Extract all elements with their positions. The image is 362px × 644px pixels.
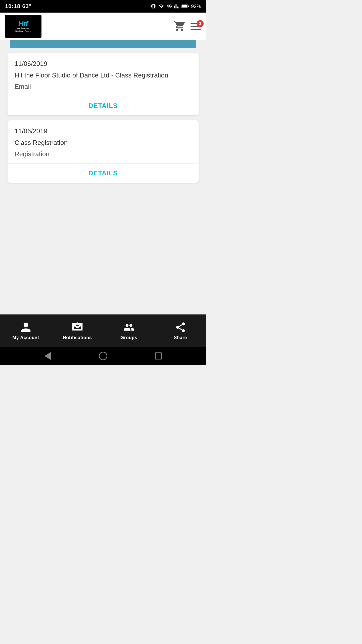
details-button-1[interactable]: DETAILS bbox=[8, 96, 199, 115]
card-date-2: 11/06/2019 bbox=[15, 127, 192, 135]
groups-icon bbox=[123, 321, 135, 333]
card-title-1: Hit the Floor Studio of Dance Ltd - Clas… bbox=[15, 71, 192, 80]
recent-icon bbox=[155, 352, 162, 359]
nav-item-my-account[interactable]: My Account bbox=[0, 314, 52, 347]
back-button[interactable] bbox=[43, 351, 52, 360]
spacer bbox=[8, 188, 199, 309]
notification-card-2: 11/06/2019 Class Registration Registrati… bbox=[8, 120, 199, 183]
card-body-1: 11/06/2019 Hit the Floor Studio of Dance… bbox=[8, 53, 199, 96]
nav-label-share: Share bbox=[174, 335, 187, 340]
main-content: 11/06/2019 Hit the Floor Studio of Dance… bbox=[0, 48, 206, 314]
header: Htf Hit the FloorStudio of Dance 2 bbox=[0, 13, 206, 40]
notification-card-1: 11/06/2019 Hit the Floor Studio of Dance… bbox=[8, 53, 199, 115]
notification-badge: 2 bbox=[197, 20, 204, 27]
recent-button[interactable] bbox=[154, 351, 163, 360]
nav-label-groups: Groups bbox=[120, 335, 137, 340]
share-icon bbox=[175, 321, 186, 333]
nav-label-my-account: My Account bbox=[12, 335, 39, 340]
status-bar: 10:18 63° 4G 92% bbox=[0, 0, 206, 13]
home-icon bbox=[99, 352, 107, 360]
vibrate-icon bbox=[151, 4, 156, 9]
status-indicators: 4G 92% bbox=[151, 4, 201, 9]
android-nav bbox=[0, 347, 206, 365]
home-button[interactable] bbox=[99, 351, 108, 360]
account-icon bbox=[20, 321, 32, 333]
battery-percent: 92% bbox=[191, 4, 201, 9]
nav-item-notifications[interactable]: Notifications bbox=[52, 314, 103, 347]
accent-bar bbox=[10, 40, 196, 48]
card-date-1: 11/06/2019 bbox=[15, 60, 192, 68]
card-type-2: Registration bbox=[15, 150, 192, 158]
details-button-2[interactable]: DETAILS bbox=[8, 164, 199, 183]
bottom-nav: My Account Notifications Groups Share bbox=[0, 314, 206, 347]
wifi-icon bbox=[158, 4, 165, 9]
card-type-1: Email bbox=[15, 83, 192, 91]
logo-subtext: Hit the FloorStudio of Dance bbox=[15, 27, 31, 33]
logo-text: Htf bbox=[15, 20, 31, 27]
menu-button[interactable]: 2 bbox=[191, 23, 201, 30]
svg-rect-1 bbox=[188, 6, 189, 7]
nav-label-notifications: Notifications bbox=[63, 335, 92, 340]
card-title-2: Class Registration bbox=[15, 139, 192, 147]
nav-item-groups[interactable]: Groups bbox=[103, 314, 155, 347]
signal-icon bbox=[174, 4, 179, 9]
svg-rect-2 bbox=[182, 5, 187, 8]
notifications-icon bbox=[72, 321, 83, 333]
battery-icon bbox=[182, 4, 189, 9]
cart-button[interactable] bbox=[173, 20, 186, 33]
back-icon bbox=[44, 352, 51, 360]
header-actions: 2 bbox=[173, 20, 201, 33]
nav-item-share[interactable]: Share bbox=[155, 314, 206, 347]
cart-icon bbox=[173, 20, 186, 32]
network-type: 4G bbox=[167, 4, 172, 9]
card-body-2: 11/06/2019 Class Registration Registrati… bbox=[8, 120, 199, 164]
status-time-temp: 10:18 63° bbox=[5, 3, 31, 10]
logo: Htf Hit the FloorStudio of Dance bbox=[5, 15, 41, 38]
